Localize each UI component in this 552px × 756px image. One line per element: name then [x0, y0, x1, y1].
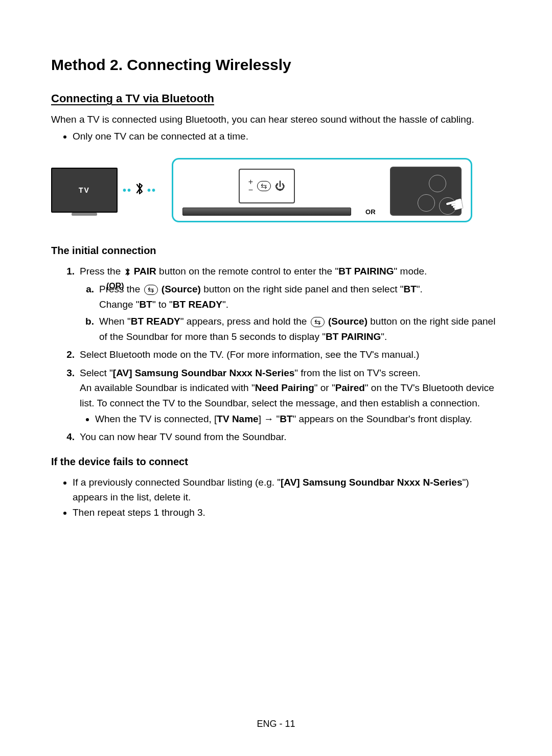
section-heading: Connecting a TV via Bluetooth [51, 92, 501, 105]
text: Select " [80, 368, 113, 378]
tv-name-label: TV Name [217, 414, 258, 424]
fail-item-1: If a previously connected Soundbar listi… [73, 475, 501, 505]
bluetooth-icon [134, 181, 145, 200]
signal-dots: •• [147, 185, 156, 196]
remote-button-icon [418, 194, 435, 212]
hand-pointer-icon: ☚ [442, 191, 467, 220]
or-block: (OR) a. Press the ⇆ (Source) button on t… [51, 282, 501, 344]
step-2: 2. Select Bluetooth mode on the TV. (For… [63, 347, 501, 362]
step-letter: a. [84, 282, 94, 312]
step-number: 1. [63, 264, 75, 279]
soundbar-side-panel: + − ⇆ ⏻ [239, 169, 295, 203]
minus-icon: − [248, 186, 253, 194]
remote-button-icon [429, 175, 446, 192]
bluetooth-signal-icon: •• •• [123, 181, 156, 200]
fail-heading: If the device fails to connect [51, 456, 501, 468]
or-label: OR [365, 208, 376, 216]
diagram: TV •• •• + − ⇆ ⏻ OR [51, 158, 501, 222]
bt-label: BT [403, 284, 416, 294]
step-3-sub: When the TV is connected, [TV Name] → "B… [95, 411, 501, 426]
step-4: 4. You can now hear TV sound from the So… [63, 429, 501, 444]
soundbar-shape [182, 208, 351, 216]
text: " appears on the Soundbar's front displa… [293, 414, 472, 424]
bt-label: BT [280, 414, 292, 424]
need-pairing-label: Need Pairing [255, 382, 314, 393]
source-icon: ⇆ [311, 317, 325, 327]
text: " mode. [394, 266, 427, 277]
steps-list: 1. Press the PAIR button on the remote c… [51, 264, 501, 279]
initial-heading: The initial connection [51, 245, 501, 257]
device-name: [AV] Samsung Soundbar Nxxx N-Series [281, 477, 462, 488]
text: ". [417, 284, 423, 294]
step-number: 4. [63, 429, 75, 444]
source-icon: ⇆ [257, 181, 271, 191]
text: You can now hear TV sound from the Sound… [80, 429, 501, 444]
bt-pairing-label: BT PAIRING [326, 331, 381, 342]
text: If a previously connected Soundbar listi… [73, 477, 281, 488]
text: " to " [152, 299, 173, 310]
bt-ready-label: BT READY [173, 299, 222, 310]
page-footer: ENG - 11 [0, 719, 552, 729]
device-name: [AV] Samsung Soundbar Nxxx N-Series [113, 368, 294, 378]
page-title: Method 2. Connecting Wirelessly [51, 56, 501, 74]
tv-shape: TV [51, 168, 118, 213]
text: button on the right side panel and then … [203, 284, 403, 294]
text: An available Soundbar is indicated with … [80, 382, 255, 393]
step-a: a. Press the ⇆ (Source) button on the ri… [84, 282, 501, 312]
text: ". [222, 299, 228, 310]
bluetooth-pair-icon [124, 266, 131, 277]
intro-bullet: Only one TV can be connected at a time. [73, 129, 501, 144]
tv-label: TV [79, 186, 90, 194]
text: " or " [314, 382, 335, 393]
fail-item-2: Then repeat steps 1 through 3. [73, 505, 501, 520]
step-letter: b. [84, 314, 94, 344]
plus-icon: + [248, 178, 253, 186]
bt-label: BT [140, 299, 152, 310]
text: Select Bluetooth mode on the TV. (For mo… [80, 347, 501, 362]
text: ] → " [259, 414, 280, 424]
step-number: 3. [63, 365, 75, 427]
paired-label: Paired [335, 382, 365, 393]
soundbar-group: + − ⇆ ⏻ [182, 169, 351, 216]
soundbar-box: + − ⇆ ⏻ OR ☚ [172, 158, 472, 222]
step-b: b. When "BT READY" appears, press and ho… [84, 314, 501, 344]
steps-list-cont: 2. Select Bluetooth mode on the TV. (For… [51, 347, 501, 445]
text: " from the list on TV's screen. [294, 368, 421, 378]
bt-ready-label: BT READY [131, 316, 180, 327]
text: When " [99, 316, 131, 327]
source-label: (Source) [328, 316, 367, 327]
text: button on the remote control to enter th… [159, 266, 338, 277]
intro-text: When a TV is connected using Bluetooth, … [51, 112, 501, 127]
or-tag: (OR) [106, 282, 124, 291]
tv-diagram: TV •• •• [51, 168, 156, 213]
step-3: 3. Select "[AV] Samsung Soundbar Nxxx N-… [63, 365, 501, 427]
text: Press the [80, 266, 124, 277]
bt-pairing-label: BT PAIRING [338, 266, 394, 277]
step-number: 2. [63, 347, 75, 362]
step-1: 1. Press the PAIR button on the remote c… [63, 264, 501, 279]
source-icon: ⇆ [144, 285, 158, 295]
text: ". [381, 331, 387, 342]
power-icon: ⏻ [275, 180, 285, 192]
pair-label: PAIR [134, 266, 156, 277]
text: " appears, press and hold the [180, 316, 310, 327]
text: When the TV is connected, [ [95, 414, 217, 424]
remote-diagram: ☚ [390, 167, 462, 216]
text: Change " [99, 299, 140, 310]
signal-dots: •• [123, 185, 132, 196]
fail-list: If a previously connected Soundbar listi… [51, 475, 501, 520]
source-label: (Source) [162, 284, 201, 294]
